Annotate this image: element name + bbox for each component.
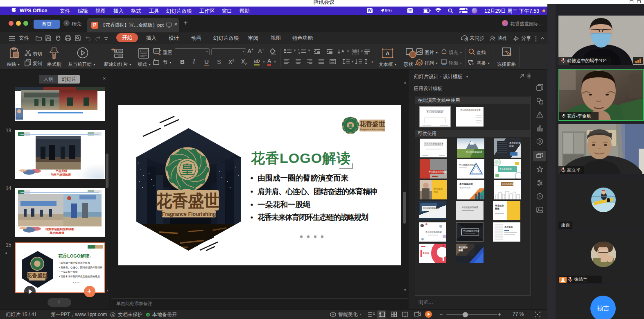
svg-text:花香盛世: 花香盛世 (26, 272, 48, 278)
svg-text:花香未来体育闭环生态链的战略规划: 花香未来体育闭环生态链的战略规划 (257, 213, 368, 222)
svg-text:▼: ▼ (307, 49, 311, 52)
svg-text:花香盛世: 花香盛世 (359, 120, 385, 127)
svg-text:由围成一圈的臂膀演变而来: 由围成一圈的臂膀演变而来 (258, 174, 349, 182)
svg-text:▼: ▼ (346, 50, 350, 53)
svg-text:▼: ▼ (351, 60, 354, 63)
svg-text:▼: ▼ (293, 49, 296, 52)
svg-text:Fragrance Flourishing: Fragrance Flourishing (162, 211, 216, 217)
svg-text:A: A (386, 50, 390, 57)
svg-text:Fragrance Flourishing: Fragrance Flourishing (360, 128, 385, 131)
svg-text:皇: 皇 (181, 162, 194, 177)
svg-text:AB: AB (364, 52, 368, 54)
svg-text:花香LOGO解读: 花香LOGO解读 (251, 150, 351, 166)
svg-text:3: 3 (298, 52, 300, 54)
svg-text:一朵花和一股绳: 一朵花和一股绳 (258, 200, 311, 209)
svg-text:1: 1 (298, 49, 300, 52)
svg-text:A: A (341, 49, 344, 53)
svg-text:肩并肩、心连心、团结奋进的体育精神: 肩并肩、心连心、团结奋进的体育精神 (257, 187, 377, 196)
svg-text:B: B (472, 62, 474, 66)
svg-text:皇: 皇 (348, 123, 353, 128)
svg-text:花香盛世: 花香盛世 (156, 192, 220, 210)
svg-text:▼: ▼ (360, 50, 364, 53)
